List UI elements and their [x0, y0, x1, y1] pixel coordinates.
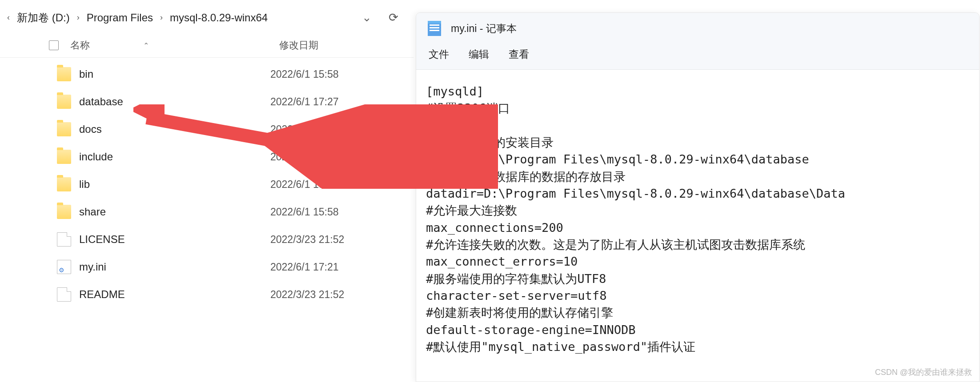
chevron-right-icon: › [157, 13, 165, 22]
file-name: my.ini [79, 261, 270, 273]
file-row[interactable]: docs2022/6/1 15:58 [0, 115, 414, 143]
file-date: 2022/3/23 21:52 [270, 234, 344, 246]
sort-asc-icon[interactable]: ⌃ [143, 41, 149, 50]
file-list: bin2022/6/1 15:58database2022/6/1 17:27d… [0, 58, 414, 308]
file-name: docs [79, 123, 270, 135]
file-date: 2022/6/1 17:27 [270, 96, 338, 108]
menu-file[interactable]: 文件 [429, 48, 449, 61]
file-name: share [79, 206, 270, 218]
file-date: 2022/6/1 17:21 [270, 261, 338, 273]
file-row[interactable]: include2022/6/1 15:58 [0, 143, 414, 171]
file-row[interactable]: lib2022/6/1 15:58 [0, 171, 414, 198]
file-date: 2022/3/23 21:52 [270, 289, 344, 301]
file-name: database [79, 96, 270, 108]
file-icon [57, 287, 71, 302]
file-icon [57, 232, 71, 247]
column-header-name[interactable]: 名称 [70, 39, 90, 52]
file-row[interactable]: LICENSE2022/3/23 21:52 [0, 226, 414, 253]
notepad-content[interactable]: [mysqld] #设置3306端口 port=3306 #设置mysql的安装… [416, 70, 979, 382]
breadcrumb-back-icon[interactable]: ‹ [4, 13, 12, 22]
folder-icon [57, 95, 71, 109]
breadcrumb[interactable]: ‹ 新加卷 (D:) › Program Files › mysql-8.0.2… [0, 0, 414, 35]
notepad-titlebar[interactable]: my.ini - 记事本 [416, 13, 979, 39]
file-row[interactable]: database2022/6/1 17:27 [0, 88, 414, 115]
file-name: bin [79, 68, 270, 80]
breadcrumb-segment[interactable]: Program Files [87, 12, 153, 24]
folder-icon [57, 67, 71, 81]
notepad-title: my.ini - 记事本 [451, 22, 517, 36]
file-explorer-window: ‹ 新加卷 (D:) › Program Files › mysql-8.0.2… [0, 0, 414, 382]
select-all-checkbox[interactable] [49, 40, 59, 50]
refresh-icon[interactable]: ⟳ [382, 7, 405, 28]
file-row[interactable]: my.ini2022/6/1 17:21 [0, 253, 414, 281]
file-name: lib [79, 178, 270, 191]
file-date: 2022/6/1 15:58 [270, 179, 338, 191]
notepad-menu: 文件 编辑 查看 [416, 39, 979, 70]
folder-icon [57, 205, 71, 219]
folder-icon [57, 150, 71, 164]
file-date: 2022/6/1 15:58 [270, 68, 338, 80]
chevron-down-icon[interactable]: ⌄ [356, 7, 378, 28]
column-header-date[interactable]: 修改日期 [279, 39, 414, 52]
file-row[interactable]: README2022/3/23 21:52 [0, 281, 414, 308]
breadcrumb-segment[interactable]: mysql-8.0.29-winx64 [170, 12, 268, 24]
file-icon [57, 260, 71, 274]
menu-view[interactable]: 查看 [509, 48, 529, 61]
file-date: 2022/6/1 15:58 [270, 151, 338, 163]
folder-icon [57, 122, 71, 136]
columns-header: 名称 ⌃ 修改日期 [0, 35, 414, 58]
folder-icon [57, 177, 71, 191]
file-row[interactable]: share2022/6/1 15:58 [0, 198, 414, 226]
notepad-app-icon [428, 21, 441, 36]
menu-edit[interactable]: 编辑 [469, 48, 489, 61]
file-row[interactable]: bin2022/6/1 15:58 [0, 60, 414, 88]
file-name: LICENSE [79, 233, 270, 246]
breadcrumb-segment[interactable]: 新加卷 (D:) [17, 11, 70, 25]
watermark: CSDN @我的爱由谁来拯救 [875, 367, 972, 378]
file-name: include [79, 151, 270, 163]
notepad-window: my.ini - 记事本 文件 编辑 查看 [mysqld] #设置3306端口… [416, 12, 980, 382]
file-name: README [79, 288, 270, 301]
file-date: 2022/6/1 15:58 [270, 206, 338, 218]
chevron-right-icon: › [74, 13, 82, 22]
file-date: 2022/6/1 15:58 [270, 123, 338, 135]
